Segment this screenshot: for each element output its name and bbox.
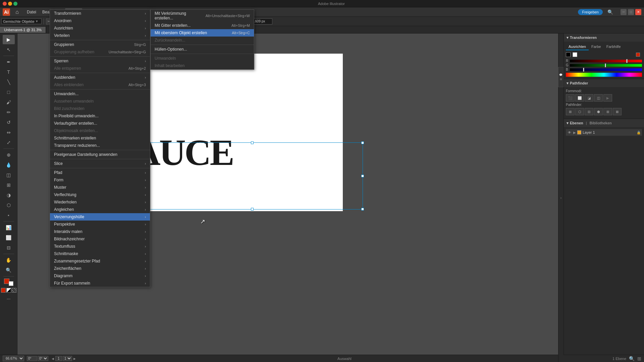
select-tool[interactable]: ▶: [3, 35, 15, 44]
submenu-huellen-optionen[interactable]: Hüllen-Optionen...: [151, 46, 254, 53]
submenu-mit-oberstem[interactable]: Mit oberstem Objekt erstellen Alt+Strg+C: [151, 29, 254, 37]
formmodi-intersect[interactable]: ◪: [585, 94, 593, 102]
submenu-mit-gitter[interactable]: Mit Gitter erstellen... Alt+Strg+M: [151, 22, 254, 29]
background-color[interactable]: [573, 52, 577, 57]
scale-tool[interactable]: ⤢: [3, 138, 15, 147]
zoom-tool[interactable]: 🔍: [3, 265, 15, 275]
zoom-in-status-icon[interactable]: 🔍: [629, 356, 635, 361]
pen-tool[interactable]: ✒: [3, 57, 15, 67]
blend-tool[interactable]: ⊕: [3, 150, 15, 160]
menu-datei[interactable]: Datei: [24, 8, 39, 16]
submenu-mit-verkruemmung[interactable]: Mit Verkrümmung erstellen... Alt+Umschal…: [151, 10, 254, 22]
shape-tool[interactable]: □: [3, 87, 15, 97]
slice-tool[interactable]: ⊟: [3, 243, 15, 252]
gradient-tool[interactable]: ◫: [3, 170, 15, 180]
formmodi-unite[interactable]: ⬛: [566, 94, 575, 102]
menu-interaktiv-malen[interactable]: Interaktiv malen ›: [50, 228, 150, 235]
handle-top-middle[interactable]: [251, 141, 254, 144]
color-btn[interactable]: [1, 288, 6, 293]
menu-diagramm[interactable]: Diagramm ›: [50, 272, 150, 280]
foreground-color[interactable]: [566, 52, 571, 57]
type-tool[interactable]: T: [3, 67, 15, 77]
menu-verteilen[interactable]: Verteilen ›: [50, 32, 150, 39]
object-type-dropdown[interactable]: Gemischte Objekte ▾: [1, 18, 42, 24]
layer-row[interactable]: 👁 ▶ Layer 1 🔒: [566, 129, 642, 136]
menu-perspektive[interactable]: Perspektive ›: [50, 221, 150, 228]
document-tab[interactable]: Unbenannt-1 @ 31.3%: [0, 27, 46, 33]
none-swatch[interactable]: [12, 288, 16, 293]
eyedropper-tool[interactable]: 💧: [3, 160, 15, 170]
menu-angleichen[interactable]: Angleichen ›: [50, 206, 150, 213]
menu-transparenz[interactable]: Transparenz reduzieren...: [50, 142, 150, 149]
menu-wiederholen[interactable]: Wiederholen ›: [50, 198, 150, 206]
angle-input[interactable]: [27, 356, 37, 361]
layers-header[interactable]: ▾ Ebenen | Bibliotheken: [564, 119, 644, 127]
menu-pfad[interactable]: Pfad ›: [50, 169, 150, 176]
menu-transformieren[interactable]: Transformieren ›: [50, 10, 150, 17]
artboard-tool[interactable]: ⬜: [3, 233, 15, 242]
perspective-tool[interactable]: ⬡: [3, 200, 15, 210]
pathfinder-header[interactable]: ▾ Pathfinder: [564, 79, 644, 87]
menu-ausblenden[interactable]: Ausblenden ›: [50, 74, 150, 81]
formmodi-minus[interactable]: ⬜: [575, 94, 584, 102]
menu-schnittmarken[interactable]: Schnittmarken erstellen: [50, 134, 150, 142]
handle-middle-right[interactable]: [361, 175, 364, 177]
menu-anordnen[interactable]: Anordnen ›: [50, 17, 150, 24]
rotate-tool[interactable]: ↺: [3, 118, 15, 127]
active-color[interactable]: [636, 53, 640, 57]
freigeben-button[interactable]: Freigeben: [578, 9, 603, 15]
page-select[interactable]: 1: [63, 356, 72, 361]
color-swatches[interactable]: [4, 279, 13, 286]
menu-verzerrungshulle[interactable]: Verzerrungshülle ›: [50, 213, 150, 221]
more-tools[interactable]: ···: [3, 294, 15, 303]
menu-verflechtung[interactable]: Verflechtung ›: [50, 191, 150, 198]
menu-slice[interactable]: Slice ›: [50, 160, 150, 167]
menu-gruppieren[interactable]: Gruppieren Strg+G: [50, 41, 150, 48]
formmodi-exclude[interactable]: ◫: [594, 94, 603, 102]
menu-bildnachzeichner[interactable]: Bildnachzeichner ›: [50, 235, 150, 243]
close-button[interactable]: [3, 2, 7, 6]
page-left-icon[interactable]: ◄: [51, 357, 55, 361]
path-trim[interactable]: ⬡: [575, 108, 584, 115]
paintbrush-tool[interactable]: 🖌: [3, 98, 15, 107]
line-tool[interactable]: ╲: [3, 77, 15, 87]
menu-umwandeln[interactable]: Umwandeln...: [50, 90, 150, 98]
layer-expand-icon[interactable]: ▶: [573, 131, 576, 134]
stroke-color-swatch[interactable]: [9, 281, 13, 286]
arrange-icon[interactable]: ⊞: [637, 356, 641, 361]
path-outline[interactable]: ⊞: [603, 108, 612, 115]
transform-panel-header[interactable]: ▾ Transformieren: [564, 34, 644, 42]
mirror-tool[interactable]: ⇔: [3, 128, 15, 137]
page-right-icon[interactable]: ►: [73, 357, 76, 361]
formmodi-expand[interactable]: ▶: [603, 94, 612, 102]
color-spectrum[interactable]: [566, 73, 642, 77]
restore-win-button[interactable]: □: [628, 9, 634, 15]
page-input[interactable]: [55, 356, 62, 361]
menu-zeichenflaechen[interactable]: Zeichenflächen ›: [50, 265, 150, 272]
pencil-tool[interactable]: ✏: [3, 108, 15, 117]
maximize-button[interactable]: [13, 2, 17, 6]
b-slider[interactable]: [570, 68, 642, 71]
menu-textumfluss[interactable]: Textumfluss ›: [50, 243, 150, 250]
tab-ausrichten[interactable]: Ausrichten: [566, 44, 589, 50]
close-win-button[interactable]: ✕: [635, 9, 641, 15]
bibliotheken-label[interactable]: Bibliotheken: [590, 121, 612, 125]
tab-farbhilfe[interactable]: Farbhilfe: [604, 44, 624, 50]
search-icon[interactable]: 🔍: [605, 9, 615, 15]
layers-label[interactable]: Ebenen: [570, 121, 583, 125]
r-slider[interactable]: [570, 60, 642, 62]
angle-select[interactable]: 0°: [38, 356, 48, 361]
g-slider[interactable]: [570, 64, 642, 67]
handle-top-right[interactable]: [361, 141, 364, 144]
menu-form[interactable]: Form ›: [50, 176, 150, 184]
menu-fuer-export[interactable]: Für Export sammeln ›: [50, 280, 150, 287]
menu-zusammengesetzter-pfad[interactable]: Zusammengesetzter Pfad ›: [50, 257, 150, 265]
path-crop[interactable]: ⬢: [594, 108, 603, 115]
zoom-select[interactable]: 66.67%: [3, 356, 24, 361]
path-minus-back[interactable]: ⊠: [613, 108, 622, 115]
menu-sperren[interactable]: Sperren ›: [50, 57, 150, 65]
home-icon[interactable]: ⌂: [13, 8, 21, 16]
tab-farbe[interactable]: Farbe: [589, 44, 604, 50]
direct-select-tool[interactable]: ↖: [3, 45, 15, 54]
mesh-tool[interactable]: ⊞: [3, 180, 15, 190]
